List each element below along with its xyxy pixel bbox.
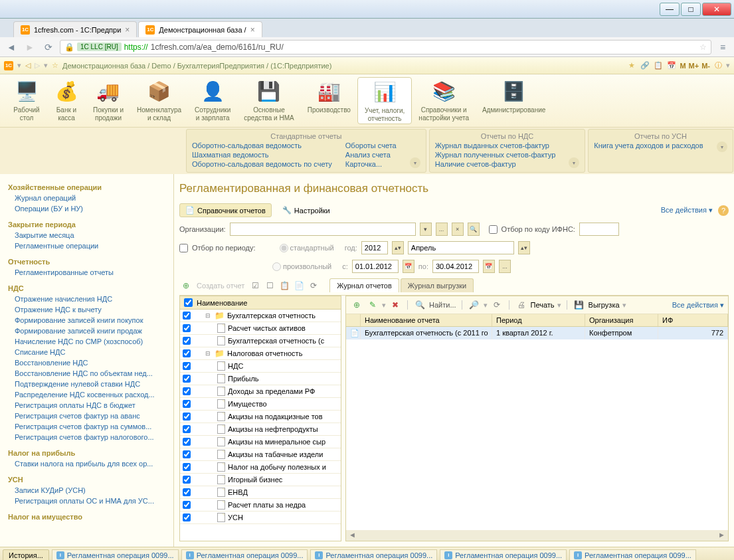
sidebar-item[interactable]: Восстановление НДС xyxy=(8,357,165,368)
filter-icon[interactable]: 🔎 xyxy=(468,298,481,312)
link-icon[interactable]: 🔗 xyxy=(640,60,650,71)
copy-icon[interactable]: 📋 xyxy=(278,279,291,292)
sidebar-item[interactable]: Журнал операций xyxy=(8,193,165,203)
nav-item[interactable]: 💾Основныесредства и НМА xyxy=(237,77,300,124)
sidebar-item[interactable]: Отражение начисления НДС xyxy=(8,294,165,304)
th-name[interactable]: Наименование отчета xyxy=(361,314,492,326)
nav-item[interactable]: 🖥️Рабочийстол xyxy=(7,77,46,124)
tree-checkbox[interactable] xyxy=(183,488,191,496)
nav-back-icon[interactable]: ◁ xyxy=(25,61,31,70)
report-link[interactable]: Шахматная ведомость xyxy=(192,151,332,159)
tree-row[interactable]: Имущество xyxy=(180,398,341,411)
sidebar-item[interactable]: Подтверждение нулевой ставки НДС xyxy=(8,379,165,389)
all-actions-link[interactable]: Все действия ▾ xyxy=(672,301,724,310)
date-from-input[interactable] xyxy=(352,260,399,273)
export-button[interactable]: Выгрузка xyxy=(589,301,620,309)
taskbar-item[interactable]: iРегламентная операция 0099... xyxy=(52,549,179,561)
paste-icon[interactable]: 📄 xyxy=(292,279,306,292)
period-checkbox[interactable] xyxy=(179,244,188,252)
tree-checkbox[interactable] xyxy=(183,337,191,345)
tree-checkbox[interactable] xyxy=(183,324,191,332)
ifns-checkbox[interactable] xyxy=(489,225,498,234)
tree-checkbox[interactable] xyxy=(183,375,191,383)
ref-button[interactable]: 📄Справочник отчетов xyxy=(179,203,272,217)
reload-icon[interactable]: ⟳ xyxy=(41,40,56,54)
tree-row[interactable]: Доходы за пределами РФ xyxy=(180,385,341,398)
tree-checkbox[interactable] xyxy=(183,362,191,370)
tree-row[interactable]: Прибыль xyxy=(180,373,341,385)
more-icon[interactable]: ▾ xyxy=(717,141,727,152)
cal-icon[interactable]: 📅 xyxy=(666,60,677,71)
export-icon[interactable]: 💾 xyxy=(573,298,586,312)
m-plus-button[interactable]: M+ xyxy=(689,62,699,70)
tab-journal[interactable]: Журнал отчетов xyxy=(329,278,399,292)
calc-icon[interactable]: 📋 xyxy=(653,60,664,71)
browser-tab[interactable]: 1C 1cfresh.com - 1С:Предпри × xyxy=(13,21,137,37)
settings-button[interactable]: 🔧Настройки xyxy=(277,204,335,217)
taskbar-item[interactable]: iРегламентная операция 0099... xyxy=(310,549,437,561)
nav-item[interactable]: 👤Сотрудникии зарплата xyxy=(188,77,237,124)
tree-checkbox[interactable] xyxy=(183,425,191,433)
refresh-icon[interactable]: ⟳ xyxy=(490,298,504,312)
tree-checkbox[interactable] xyxy=(183,476,191,484)
sidebar-item[interactable]: Начисление НДС по СМР (хозспособ) xyxy=(8,336,165,347)
sidebar-item[interactable]: Закрытие месяца xyxy=(8,230,165,240)
all-actions-link[interactable]: Все действия ▾ xyxy=(661,206,713,215)
expander-icon[interactable]: ⊟ xyxy=(205,312,212,319)
report-link[interactable]: Карточка... xyxy=(345,160,397,168)
taskbar-item[interactable]: iРегламентная операция 0099... xyxy=(440,549,567,561)
tree-check-all[interactable] xyxy=(184,298,193,307)
refresh-icon[interactable]: ⟳ xyxy=(307,279,320,292)
tree-checkbox[interactable] xyxy=(183,450,191,458)
close-button[interactable]: ✕ xyxy=(702,3,731,16)
sidebar-item[interactable]: Регистрация оплаты ОС и НМА для УС... xyxy=(8,496,165,506)
ifns-input[interactable] xyxy=(579,223,619,236)
uncheck-icon[interactable]: ☐ xyxy=(263,279,276,292)
tree-row[interactable]: Акцизы на подакцизные тов xyxy=(180,411,341,423)
maximize-button[interactable]: □ xyxy=(681,3,701,16)
tree-checkbox[interactable] xyxy=(183,463,191,471)
nav-fwd-icon[interactable]: ▷ xyxy=(35,61,40,70)
table-row[interactable]: 📄 Бухгалтерская отчетность (с 2011 го 1 … xyxy=(346,327,728,339)
expander-icon[interactable]: ⊟ xyxy=(205,350,212,357)
report-link[interactable]: Оборотно-сальдовая ведомость по счету xyxy=(192,160,332,168)
org-search-icon[interactable]: 🔍 xyxy=(468,223,480,236)
tree-row[interactable]: Расчет чистых активов xyxy=(180,322,341,335)
tree-row[interactable]: ⊟📁Налоговая отчетность xyxy=(180,347,341,360)
menu-icon[interactable]: ≡ xyxy=(715,40,730,54)
sidebar-item[interactable]: Регламентные операции xyxy=(8,240,165,251)
sidebar-item[interactable]: Операции (БУ и НУ) xyxy=(8,203,165,214)
history-button[interactable]: История... xyxy=(3,549,49,561)
taskbar-item[interactable]: iРегламентная операция 0099... xyxy=(569,549,696,561)
th-icon[interactable] xyxy=(346,314,361,326)
year-input[interactable] xyxy=(361,241,388,254)
nav-item[interactable]: 🗄️Администрирование xyxy=(476,77,552,124)
report-link[interactable]: Книга учета доходов и расходов xyxy=(594,141,703,149)
sidebar-item[interactable]: Регламентированные отчеты xyxy=(8,267,165,278)
dropdown-icon[interactable]: ▾ xyxy=(726,61,730,70)
year-stepper[interactable]: ▴▾ xyxy=(392,241,404,254)
print-button[interactable]: Печать xyxy=(531,301,555,309)
tree-row[interactable]: НДС xyxy=(180,360,341,373)
sidebar-item[interactable]: Распределение НДС косвенных расход... xyxy=(8,389,165,400)
sidebar-item[interactable]: Восстановление НДС по объектам нед... xyxy=(8,368,165,379)
tree-row[interactable]: ЕНВД xyxy=(180,486,341,499)
fav-icon[interactable]: ★ xyxy=(626,60,637,71)
tree-row[interactable]: Бухгалтерская отчетность (с xyxy=(180,335,341,347)
star-icon[interactable]: ☆ xyxy=(52,61,58,70)
info-icon[interactable]: ⓘ xyxy=(713,60,723,71)
month-stepper[interactable]: ▴▾ xyxy=(518,241,530,254)
tree-row[interactable]: Игорный бизнес xyxy=(180,474,341,486)
edit-icon[interactable]: ✎ xyxy=(366,298,379,312)
sidebar-item[interactable]: Регистрация оплаты НДС в бюджет xyxy=(8,400,165,411)
tree-row[interactable]: Акцизы на нефтепродукты xyxy=(180,423,341,436)
nav-item[interactable]: 🚚Покупки ипродажи xyxy=(86,77,130,124)
calendar-icon[interactable]: 📅 xyxy=(483,260,495,273)
tree-checkbox[interactable] xyxy=(183,312,191,320)
org-input[interactable] xyxy=(230,223,416,236)
report-link[interactable]: Журнал полученных счетов-фактур xyxy=(435,151,556,159)
back-icon[interactable]: ◄ xyxy=(4,40,19,54)
tree-checkbox[interactable] xyxy=(183,513,191,521)
taskbar-item[interactable]: iРегламентная операция 0099... xyxy=(181,549,308,561)
sidebar-item[interactable]: Регистрация счетов фактур на аванс xyxy=(8,411,165,421)
